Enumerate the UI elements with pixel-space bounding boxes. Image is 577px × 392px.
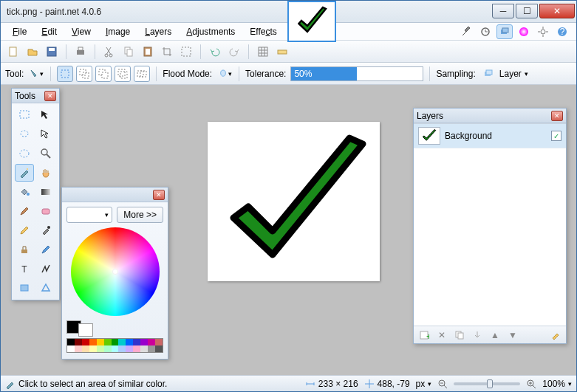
palette-swatch[interactable]: [140, 339, 148, 345]
close-button[interactable]: ✕: [539, 4, 575, 18]
palette-swatch[interactable]: [97, 345, 104, 352]
palette-swatch[interactable]: [89, 339, 97, 345]
zoom-slider[interactable]: [454, 382, 520, 385]
tool-zoom[interactable]: [36, 145, 55, 162]
palette-swatch[interactable]: [126, 345, 133, 352]
palette-swatch[interactable]: [112, 345, 119, 352]
colors-panel[interactable]: ✕ ▾ More >>: [61, 187, 168, 360]
minimize-button[interactable]: ─: [492, 4, 514, 18]
tool-eraser[interactable]: [36, 202, 55, 220]
palette-swatch[interactable]: [67, 339, 75, 345]
selection-intersect[interactable]: [115, 66, 131, 82]
tool-line[interactable]: [36, 260, 55, 278]
paste-button[interactable]: [140, 44, 156, 60]
layer-visibility-checkbox[interactable]: ✓: [551, 131, 561, 141]
palette-swatch[interactable]: [118, 345, 126, 352]
tool-move[interactable]: [36, 106, 55, 124]
colors-window-toggle[interactable]: [516, 24, 532, 39]
layer-properties-button[interactable]: [548, 329, 563, 342]
layer-duplicate-button[interactable]: [452, 329, 467, 342]
tool-rect[interactable]: [15, 279, 34, 297]
layers-panel-close[interactable]: ✕: [551, 111, 563, 121]
copy-button[interactable]: [120, 44, 137, 60]
tool-gradient[interactable]: [36, 183, 55, 201]
canvas-document[interactable]: [208, 122, 380, 281]
tool-text[interactable]: T: [15, 260, 34, 278]
tool-brush[interactable]: [15, 202, 34, 220]
menu-adjustments[interactable]: Adjustments: [179, 25, 242, 38]
palette-swatch[interactable]: [118, 339, 126, 345]
tools-window-toggle[interactable]: [458, 24, 474, 39]
layer-delete-button[interactable]: ✕: [434, 329, 449, 342]
selection-add[interactable]: [76, 66, 92, 82]
palette-swatch[interactable]: [82, 345, 89, 352]
new-button[interactable]: [5, 44, 21, 60]
tool-rect-select[interactable]: [15, 106, 34, 124]
menu-view[interactable]: View: [64, 25, 98, 38]
tool-move-selection[interactable]: [36, 125, 55, 143]
open-button[interactable]: [24, 44, 41, 60]
palette-swatch[interactable]: [75, 339, 82, 345]
menu-effects[interactable]: Effects: [242, 25, 284, 38]
document-thumbnail[interactable]: [287, 1, 336, 42]
palette-swatch[interactable]: [148, 339, 155, 345]
redo-button[interactable]: [226, 44, 242, 60]
menu-file[interactable]: File: [5, 25, 34, 38]
palette-swatch[interactable]: [155, 345, 163, 352]
tool-shape[interactable]: [36, 279, 55, 297]
zoom-in-button[interactable]: [526, 379, 536, 389]
layer-down-button[interactable]: ▼: [505, 329, 520, 342]
color-palette[interactable]: [66, 338, 163, 353]
palette-swatch[interactable]: [133, 339, 140, 345]
layer-add-button[interactable]: +: [417, 329, 431, 342]
secondary-color-swatch[interactable]: [78, 323, 93, 337]
palette-swatch[interactable]: [104, 345, 112, 352]
palette-swatch[interactable]: [155, 339, 163, 345]
palette-swatch[interactable]: [104, 339, 112, 345]
palette-swatch[interactable]: [82, 339, 89, 345]
selection-replace[interactable]: [57, 66, 73, 82]
tool-color-picker[interactable]: [36, 221, 55, 239]
save-button[interactable]: [44, 44, 60, 60]
layers-panel[interactable]: Layers✕ Background ✓ + ✕ ▲ ▼: [413, 108, 567, 344]
tool-pencil[interactable]: [15, 221, 34, 239]
colors-panel-close[interactable]: ✕: [153, 190, 165, 200]
selection-subtract[interactable]: [95, 66, 112, 82]
tool-clone-stamp[interactable]: [15, 241, 34, 258]
deselect-button[interactable]: [178, 44, 194, 60]
palette-swatch[interactable]: [89, 345, 97, 352]
menu-layers[interactable]: Layers: [137, 25, 179, 38]
sampling-dropdown[interactable]: ▾: [525, 70, 528, 78]
tools-panel-close[interactable]: ✕: [44, 91, 56, 101]
settings-icon[interactable]: [535, 24, 551, 39]
tool-recolor[interactable]: [36, 241, 55, 258]
tool-magic-wand[interactable]: [15, 164, 34, 182]
tool-ellipse-select[interactable]: [15, 145, 34, 162]
layer-up-button[interactable]: ▲: [488, 329, 502, 342]
tool-bucket[interactable]: [15, 183, 34, 201]
units-dropdown[interactable]: px ▾: [416, 379, 432, 389]
palette-swatch[interactable]: [112, 339, 119, 345]
tools-panel[interactable]: Tools✕ T: [11, 88, 60, 300]
color-mode-dropdown[interactable]: ▾: [66, 207, 112, 223]
print-button[interactable]: [72, 44, 89, 60]
zoom-dropdown[interactable]: 100% ▾: [542, 379, 572, 389]
layers-window-toggle[interactable]: [496, 24, 513, 39]
cut-button[interactable]: [101, 44, 117, 60]
layer-merge-button[interactable]: [470, 329, 485, 342]
tool-lasso[interactable]: [15, 125, 34, 143]
palette-swatch[interactable]: [133, 345, 140, 352]
colors-more-button[interactable]: More >>: [117, 207, 163, 223]
palette-swatch[interactable]: [148, 345, 155, 352]
palette-swatch[interactable]: [126, 339, 133, 345]
menu-image[interactable]: Image: [98, 25, 137, 38]
undo-button[interactable]: [207, 44, 223, 60]
color-wheel[interactable]: [71, 227, 160, 316]
maximize-button[interactable]: ☐: [516, 4, 538, 18]
menu-edit[interactable]: Edit: [34, 25, 64, 38]
active-tool-dropdown[interactable]: ▾: [28, 66, 44, 82]
layer-row[interactable]: Background ✓: [414, 124, 566, 148]
history-window-toggle[interactable]: [477, 24, 494, 39]
tolerance-slider[interactable]: 50%: [290, 66, 423, 81]
flood-mode-dropdown[interactable]: ▾: [216, 66, 233, 82]
